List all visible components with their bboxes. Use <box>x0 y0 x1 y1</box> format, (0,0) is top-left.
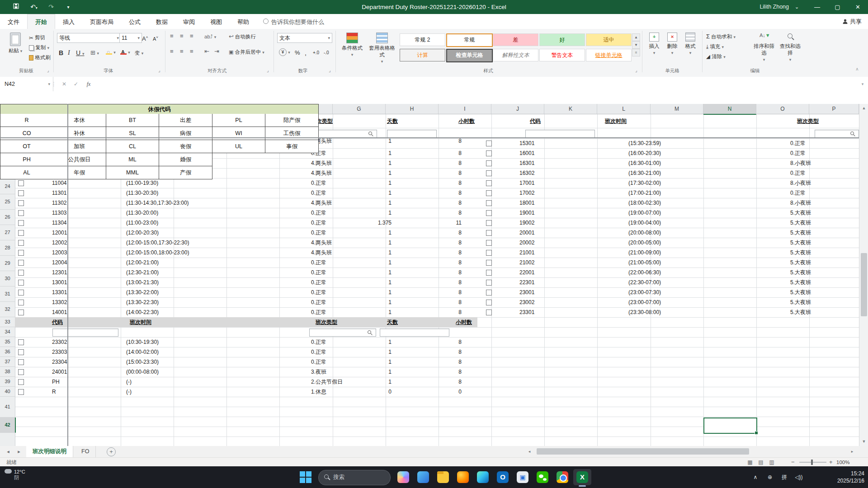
outlook-icon[interactable]: O <box>494 469 512 485</box>
cell-shift-time[interactable]: (17:00-21:00) <box>628 188 661 198</box>
gallery-scroll-up[interactable]: ▲ <box>632 33 640 41</box>
cell-hours[interactable]: 8 <box>434 228 462 238</box>
find-select-button[interactable]: 查找和选择▾ <box>778 33 803 62</box>
cell-days[interactable]: 1 <box>364 277 392 287</box>
header-days-left[interactable]: 天数 <box>387 114 398 128</box>
leave-code-cell[interactable]: OT <box>0 140 53 153</box>
row-checkbox[interactable] <box>486 160 492 166</box>
cell-shift-type[interactable]: 0.正常 <box>311 277 326 287</box>
cell-shift-time[interactable]: (11:00-19:30) <box>126 178 158 188</box>
hidden-icons-chevron[interactable]: ∧ <box>750 466 760 488</box>
cell-days[interactable]: 1 <box>364 238 392 248</box>
cell-shift-type[interactable]: 0.正常 <box>311 307 326 317</box>
cell-days[interactable]: 1 <box>364 307 392 317</box>
cell-shift-type[interactable]: 0.正常 <box>790 168 806 178</box>
column-header-K[interactable]: K <box>544 104 597 114</box>
cell-shift-type[interactable]: 5.大夜班 <box>790 287 811 297</box>
clock[interactable]: 15:242025/12/16 <box>837 470 864 484</box>
ribbon-tab-开始[interactable]: 开始 <box>27 14 55 29</box>
header-hours-left[interactable]: 小时数 <box>458 114 475 128</box>
cell-days[interactable]: 1 <box>364 248 392 258</box>
cell-shift-type[interactable]: 2.公共节假日 <box>311 377 343 387</box>
cell-style-适中[interactable]: 适中 <box>586 33 632 46</box>
share-button[interactable]: 共享 <box>842 14 862 29</box>
row-header-24[interactable]: 24 <box>0 179 15 194</box>
cell-days[interactable]: 1 <box>364 178 392 188</box>
row-checkbox[interactable] <box>486 260 492 266</box>
cell-shift-code[interactable]: 17001 <box>519 178 534 188</box>
active-cell-n42[interactable] <box>703 418 757 434</box>
cell-hours[interactable]: 8 <box>434 188 462 198</box>
ribbon-tab-页面布局[interactable]: 页面布局 <box>82 14 121 29</box>
cell-shift-code[interactable]: 12001 <box>52 228 67 238</box>
cell-shift-time[interactable]: (20:00-08:00) <box>628 228 661 238</box>
cell-shift-time[interactable]: (17:30-02:00) <box>628 178 661 188</box>
cell-shift-type[interactable]: 5.大夜班 <box>790 307 811 317</box>
account-name[interactable]: Lilith Zhong <box>760 0 789 14</box>
cell-hours[interactable]: 8 <box>434 297 462 307</box>
cell-shift-time[interactable]: (18:00-02:30) <box>628 198 661 208</box>
column-header-J[interactable]: J <box>491 104 544 114</box>
cell-days[interactable]: 1 <box>364 168 392 178</box>
cell-shift-type[interactable]: 8.小夜班 <box>790 178 811 188</box>
cell-shift-time[interactable]: (15:30-23:59) <box>628 138 661 148</box>
cell-shift-type[interactable]: 0.正常 <box>311 297 326 307</box>
align-right-icon[interactable]: ≡ <box>190 48 193 55</box>
zoom-level-label[interactable]: 100% <box>836 458 849 467</box>
row-checkbox[interactable] <box>18 260 24 266</box>
sort-filter-button[interactable]: A↓▼ 排序和筛选▾ <box>751 33 777 62</box>
ribbon-tab-视图[interactable]: 视图 <box>203 14 230 29</box>
decrease-indent-icon[interactable]: ⇤ <box>204 48 209 55</box>
cell-shift-type[interactable]: 0.正常 <box>311 347 326 357</box>
cell-shift-time[interactable]: (16:30-01:00) <box>628 158 661 168</box>
cell-days[interactable]: 1 <box>364 158 392 168</box>
ribbon-tab-公式[interactable]: 公式 <box>121 14 148 29</box>
cell-shift-type[interactable]: 4.两头班 <box>311 198 332 208</box>
filter-search-box[interactable] <box>309 328 376 337</box>
row-checkbox[interactable] <box>18 220 24 226</box>
row-checkbox[interactable] <box>18 190 24 196</box>
cell-shift-type[interactable]: 5.大夜班 <box>790 258 811 267</box>
fill-color-button[interactable]: ◌ ▾ <box>105 48 116 56</box>
cell-days[interactable]: 1 <box>364 337 392 347</box>
cell-shift-code[interactable]: 23302 <box>52 337 67 347</box>
horizontal-scroll-thumb[interactable] <box>537 448 749 455</box>
cell-style-计算[interactable]: 计算 <box>400 49 445 61</box>
page-layout-view-button[interactable]: ▤ <box>756 458 766 467</box>
cell-shift-code[interactable]: 15301 <box>519 138 534 148</box>
leave-code-cell[interactable]: ML <box>106 153 159 166</box>
cell-hours[interactable]: 11 <box>434 218 462 228</box>
cell-shift-code[interactable]: 19002 <box>519 218 534 228</box>
font-dialog-launcher[interactable]: ⌟ <box>158 68 160 73</box>
cell-shift-type[interactable]: 0.正常 <box>790 188 806 198</box>
paste-button[interactable]: 粘贴 ▾ <box>4 33 27 54</box>
cell-shift-code[interactable]: 22301 <box>519 277 534 287</box>
filter-search-box[interactable] <box>52 328 118 337</box>
cell-shift-code[interactable]: 13001 <box>52 277 67 287</box>
leave-code-cell[interactable]: BT <box>106 114 159 127</box>
cut-button[interactable]: ✂ 剪切 <box>29 33 45 42</box>
cell-days[interactable]: 1 <box>364 188 392 198</box>
cell-hours[interactable]: 8 <box>434 148 462 158</box>
row-header-30[interactable]: 30 <box>0 271 15 286</box>
ribbon-tab-审阅[interactable]: 审阅 <box>175 14 203 29</box>
cell-days[interactable]: 0 <box>364 387 392 397</box>
leave-label-cell[interactable]: 事假 <box>265 140 319 153</box>
cell-shift-type[interactable]: 4.两头班 <box>311 158 332 168</box>
cell-shift-code[interactable]: 12004 <box>52 258 67 267</box>
cell-shift-type[interactable]: 0.正常 <box>311 178 326 188</box>
cell-shift-type[interactable]: 8.小夜班 <box>790 198 811 208</box>
format-as-table-button[interactable]: 套用表格格式▾ <box>367 33 397 64</box>
leave-code-cell[interactable]: PH <box>0 153 53 166</box>
network-icon[interactable]: ⊕ <box>765 466 775 488</box>
align-middle-icon[interactable]: ≡ <box>180 33 184 39</box>
zoom-in-button[interactable]: + <box>829 458 833 467</box>
ribbon-tab-数据[interactable]: 数据 <box>148 14 175 29</box>
increase-decimal-button[interactable]: +.0 <box>313 49 319 57</box>
row-checkbox[interactable] <box>18 240 24 246</box>
leave-code-cell[interactable]: CL <box>106 140 159 153</box>
edge-icon[interactable] <box>474 469 492 485</box>
cell-shift-type[interactable]: 8.小夜班 <box>790 158 811 168</box>
filter-search-box[interactable] <box>525 130 595 138</box>
sheet-tab-FO[interactable]: FO <box>75 446 96 457</box>
